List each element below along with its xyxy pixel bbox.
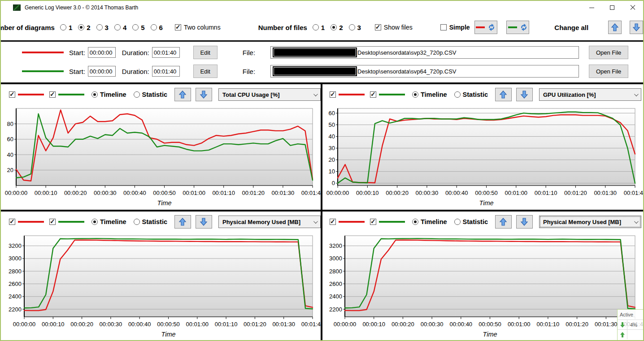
red-series-checkbox[interactable]: [9, 91, 15, 98]
red-series-checkbox[interactable]: [330, 219, 336, 225]
red-series-checkbox[interactable]: [9, 219, 15, 225]
statistic-radio[interactable]: [454, 91, 461, 98]
start-time-input[interactable]: [88, 66, 116, 77]
svg-text:00:01:30: 00:01:30: [594, 190, 617, 196]
move-up-button[interactable]: [174, 215, 191, 229]
maximize-button[interactable]: [602, 1, 622, 14]
minimize-button[interactable]: [581, 1, 602, 14]
radio-option-3[interactable]: 3: [349, 24, 361, 31]
open-file-button[interactable]: Open File: [589, 65, 628, 78]
radio-circle[interactable]: [331, 24, 337, 30]
sync-icon: [487, 23, 496, 31]
red-line-icon: [476, 26, 485, 28]
svg-text:00:00:20: 00:00:20: [70, 321, 93, 328]
timeline-radio[interactable]: [412, 91, 418, 98]
svg-text:00:01:30: 00:01:30: [272, 190, 295, 196]
metric-dropdown[interactable]: Physical Memory Used [MB]: [539, 216, 641, 228]
svg-text:00:00:50: 00:00:50: [479, 321, 501, 328]
timeline-radio[interactable]: [91, 219, 98, 225]
file-path-box[interactable]: Desktop\sensordata\svp32_720p.CSV: [270, 46, 579, 59]
statistic-radio[interactable]: [134, 219, 140, 225]
arrow-down-icon: [199, 90, 208, 99]
show-files-checkbox[interactable]: [375, 24, 381, 30]
radio-option-2[interactable]: 2: [78, 24, 90, 31]
move-up-button[interactable]: [495, 215, 512, 229]
duration-input[interactable]: [152, 47, 180, 58]
move-down-button[interactable]: [516, 215, 533, 229]
download-speed-row: 4%: [618, 319, 643, 329]
svg-text:00:00:40: 00:00:40: [445, 190, 468, 196]
radio-circle[interactable]: [78, 24, 84, 30]
start-label: Start:: [69, 68, 85, 75]
edit-button[interactable]: Edit: [193, 65, 218, 78]
metric-dropdown-value: Total CPU Usage [%]: [222, 91, 280, 98]
timeline-radio[interactable]: [412, 219, 418, 225]
simple-checkbox[interactable]: [440, 24, 447, 30]
move-down-button[interactable]: [516, 88, 533, 101]
cpu-usage-chart: 2040608000:00:0000:00:1000:00:2000:00:30…: [2, 105, 321, 210]
change-all-up-button[interactable]: [608, 21, 622, 34]
move-up-button[interactable]: [174, 88, 191, 101]
timeline-radio[interactable]: [91, 91, 98, 98]
edit-button[interactable]: Edit: [193, 46, 218, 59]
green-series-checkbox[interactable]: [49, 91, 56, 98]
radio-option-3[interactable]: 3: [96, 24, 109, 31]
svg-text:3000: 3000: [9, 255, 22, 262]
radio-option-1[interactable]: 1: [60, 24, 72, 31]
diagrams-count-label: Number of diagrams: [0, 24, 55, 31]
close-button[interactable]: [622, 1, 643, 14]
timeline-label: Timeline: [421, 91, 447, 98]
file-path-box[interactable]: Desktop\sensordata\svp64_720p.CSV: [270, 65, 579, 78]
swap-red-file-button[interactable]: [474, 21, 497, 34]
radio-circle[interactable]: [151, 24, 157, 30]
duration-label: Duration:: [122, 49, 149, 56]
svg-text:00:01:40: 00:01:40: [301, 190, 321, 196]
change-all-down-button[interactable]: [630, 21, 643, 34]
radio-circle[interactable]: [114, 24, 121, 30]
metric-dropdown[interactable]: Physical Memory Used [MB]: [218, 216, 321, 228]
radio-option-6[interactable]: 6: [151, 24, 163, 31]
statistic-label: Statistic: [463, 91, 488, 98]
chart-panel-memory-left: Timeline Statistic Physical Memory Used …: [2, 212, 321, 341]
chevron-down-icon: [313, 92, 318, 96]
radio-circle[interactable]: [96, 24, 103, 30]
radio-circle[interactable]: [60, 24, 66, 30]
radio-option-1[interactable]: 1: [313, 24, 325, 31]
start-time-input[interactable]: [88, 47, 116, 58]
svg-text:2200: 2200: [329, 306, 342, 313]
network-speed-popup: Active dow 4%: [617, 309, 643, 340]
radio-option-2[interactable]: 2: [331, 24, 343, 31]
svg-text:00:01:20: 00:01:20: [244, 321, 266, 328]
swap-green-file-button[interactable]: [506, 21, 529, 34]
svg-text:00:00:30: 00:00:30: [94, 190, 117, 196]
green-series-swatch: [379, 221, 405, 223]
radio-circle[interactable]: [132, 24, 139, 30]
move-down-button[interactable]: [196, 215, 212, 229]
radio-option-4[interactable]: 4: [114, 24, 126, 31]
duration-input[interactable]: [152, 66, 180, 77]
green-series-swatch: [58, 221, 84, 223]
statistic-radio[interactable]: [454, 219, 461, 225]
metric-dropdown[interactable]: GPU Utilization [%]: [539, 88, 641, 101]
svg-text:40: 40: [7, 151, 13, 158]
move-down-button[interactable]: [196, 88, 212, 101]
svg-text:00:00:20: 00:00:20: [386, 190, 409, 196]
red-series-checkbox[interactable]: [330, 91, 336, 98]
radio-circle[interactable]: [313, 24, 319, 30]
red-series-swatch: [18, 94, 44, 95]
metric-dropdown[interactable]: Total CPU Usage [%]: [218, 88, 321, 101]
statistic-radio[interactable]: [134, 91, 140, 98]
radio-option-5[interactable]: 5: [132, 24, 144, 31]
green-series-checkbox[interactable]: [49, 219, 56, 225]
green-series-checkbox[interactable]: [370, 91, 376, 98]
svg-text:3200: 3200: [329, 242, 342, 249]
two-columns-checkbox[interactable]: [175, 24, 181, 30]
radio-circle[interactable]: [349, 24, 355, 30]
green-series-checkbox[interactable]: [370, 219, 376, 225]
open-file-button[interactable]: Open File: [589, 46, 628, 59]
file-path: Desktop\sensordata\svp32_720p.CSV: [357, 49, 456, 56]
file-label: File:: [243, 49, 255, 56]
show-files-label: Show files: [384, 24, 413, 31]
svg-text:0: 0: [332, 180, 335, 186]
move-up-button[interactable]: [495, 88, 512, 101]
